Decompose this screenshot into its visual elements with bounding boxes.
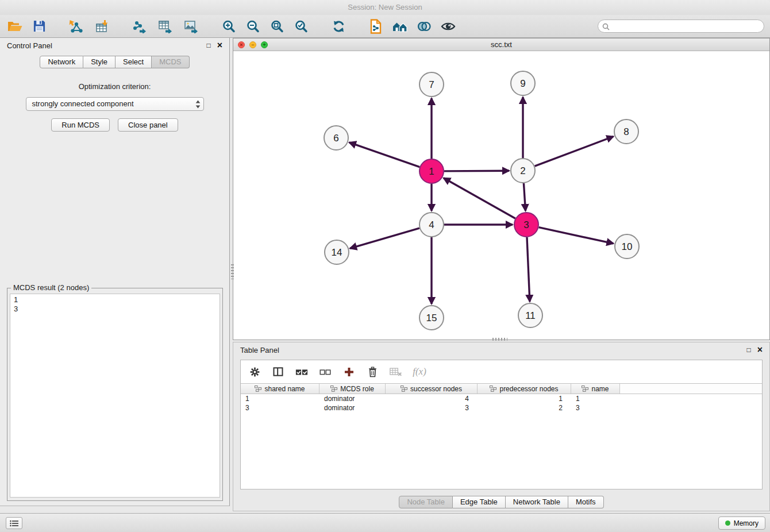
tab-mcds[interactable]: MCDS (152, 56, 189, 68)
network-canvas[interactable]: 7968124314101511 (233, 51, 769, 340)
mcds-result-box: MCDS result (2 nodes) 13 (7, 288, 223, 501)
table-cell: 1 (241, 394, 319, 403)
eye-icon (441, 20, 456, 33)
control-panel-header: Control Panel □ × (0, 38, 229, 53)
column-type-icon (490, 385, 496, 392)
node-1[interactable]: 1 (419, 159, 444, 183)
node-6[interactable]: 6 (324, 126, 348, 150)
window-close-icon[interactable]: × (238, 41, 245, 48)
close-panel-icon[interactable]: × (217, 41, 222, 49)
close-table-panel-icon[interactable]: × (757, 346, 763, 354)
network-window-title: scc.txt (491, 40, 512, 49)
edge-3-1[interactable] (444, 178, 515, 218)
column-header-name[interactable]: name (571, 384, 620, 394)
memory-button[interactable]: Memory (718, 516, 765, 530)
node-8[interactable]: 8 (614, 119, 638, 144)
zoom-selected-button[interactable] (292, 17, 310, 36)
function-builder-button[interactable]: f(x) (413, 365, 426, 379)
export-table-button[interactable] (156, 17, 175, 36)
float-panel-icon[interactable]: □ (206, 42, 210, 49)
node-11[interactable]: 11 (518, 303, 542, 327)
unchecked-boxes-icon (319, 367, 331, 376)
save-session-button[interactable] (30, 17, 48, 36)
export-network-button[interactable] (130, 17, 149, 36)
window-titlebar[interactable]: Session: New Session (0, 0, 770, 15)
save-floppy-icon (33, 20, 46, 33)
splitter-grip-vertical[interactable] (231, 264, 234, 279)
node-2[interactable]: 2 (511, 159, 535, 183)
splitter-grip-horizontal[interactable] (492, 338, 507, 341)
table-cell: dominator (319, 403, 386, 413)
node-10[interactable]: 10 (615, 234, 639, 259)
table-row[interactable]: 1dominator411 (241, 394, 762, 403)
import-network-icon (69, 20, 84, 33)
table-settings-button[interactable] (248, 365, 261, 379)
delete-table-button[interactable] (389, 365, 403, 379)
node-3[interactable]: 3 (514, 213, 538, 237)
tab-motifs[interactable]: Motifs (568, 496, 604, 508)
tab-network[interactable]: Network (40, 56, 83, 68)
show-column-panel-button[interactable] (271, 365, 285, 379)
run-mcds-button[interactable]: Run MCDS (51, 118, 110, 132)
search-input[interactable] (598, 20, 764, 33)
home-button[interactable] (391, 17, 409, 36)
window-minimize-icon[interactable]: − (249, 41, 256, 48)
table-panel-title: Table Panel (240, 346, 279, 354)
edge-1-2[interactable] (444, 171, 509, 171)
tab-select[interactable]: Select (116, 56, 152, 68)
zoom-in-button[interactable] (220, 17, 238, 36)
task-history-button[interactable] (6, 517, 22, 529)
tab-network-table[interactable]: Network Table (506, 496, 568, 508)
float-table-panel-icon[interactable]: □ (746, 346, 750, 353)
edge-2-8[interactable] (535, 137, 614, 167)
zoom-fit-button[interactable] (268, 17, 286, 36)
export-network-icon (132, 20, 147, 33)
node-4[interactable]: 4 (419, 213, 444, 237)
import-table-button[interactable] (93, 17, 111, 36)
show-hide-button[interactable] (439, 17, 457, 36)
edge-3-10[interactable] (539, 228, 614, 244)
edge-2-3[interactable] (523, 183, 525, 211)
apply-layout-button[interactable] (329, 17, 348, 36)
deselect-all-columns-button[interactable] (318, 365, 332, 379)
network-window-titlebar[interactable]: × − + scc.txt (233, 38, 769, 51)
zoom-out-icon (246, 20, 260, 33)
window-zoom-icon[interactable]: + (261, 41, 268, 48)
create-column-button[interactable] (342, 365, 356, 379)
control-panel-title: Control Panel (7, 41, 52, 50)
column-header-shared-name[interactable]: shared name (241, 384, 319, 394)
mcds-result-item: 3 (14, 304, 216, 314)
window-traffic-lights: × − + (238, 41, 268, 48)
table-cell: 2 (478, 403, 571, 413)
select-all-columns-button[interactable] (295, 365, 309, 379)
session-document-button[interactable] (367, 17, 385, 36)
import-network-button[interactable] (67, 17, 86, 36)
column-header-predecessor-nodes[interactable]: predecessor nodes (478, 384, 571, 394)
delete-column-button[interactable] (365, 365, 379, 379)
table-row[interactable]: 3dominator323 (241, 403, 762, 413)
edge-4-14[interactable] (350, 228, 419, 248)
column-type-icon (582, 385, 588, 392)
table-cell: 1 (571, 394, 620, 403)
tab-style[interactable]: Style (83, 56, 116, 68)
tab-node-table[interactable]: Node Table (399, 496, 453, 508)
zoom-selected-icon (294, 20, 308, 33)
column-header-mcds-role[interactable]: MCDS role (319, 384, 386, 394)
close-mcds-panel-button[interactable]: Close panel (118, 118, 178, 132)
column-header-successor-nodes[interactable]: successor nodes (386, 384, 478, 394)
export-image-button[interactable] (182, 17, 201, 36)
edge-1-6[interactable] (349, 142, 420, 167)
tab-edge-table[interactable]: Edge Table (453, 496, 506, 508)
node-15[interactable]: 15 (419, 306, 444, 330)
edge-3-11[interactable] (527, 237, 530, 302)
venn-tool-button[interactable] (415, 17, 433, 36)
node-7[interactable]: 7 (419, 72, 444, 97)
criterion-dropdown[interactable]: strongly connected component (26, 97, 204, 111)
table-cell: 1 (478, 394, 571, 403)
zoom-out-button[interactable] (244, 17, 262, 36)
node-9[interactable]: 9 (511, 71, 535, 95)
node-14[interactable]: 14 (325, 240, 349, 264)
two-houses-icon (392, 20, 408, 33)
open-session-button[interactable] (6, 17, 24, 36)
mcds-result-list[interactable]: 13 (10, 294, 220, 498)
